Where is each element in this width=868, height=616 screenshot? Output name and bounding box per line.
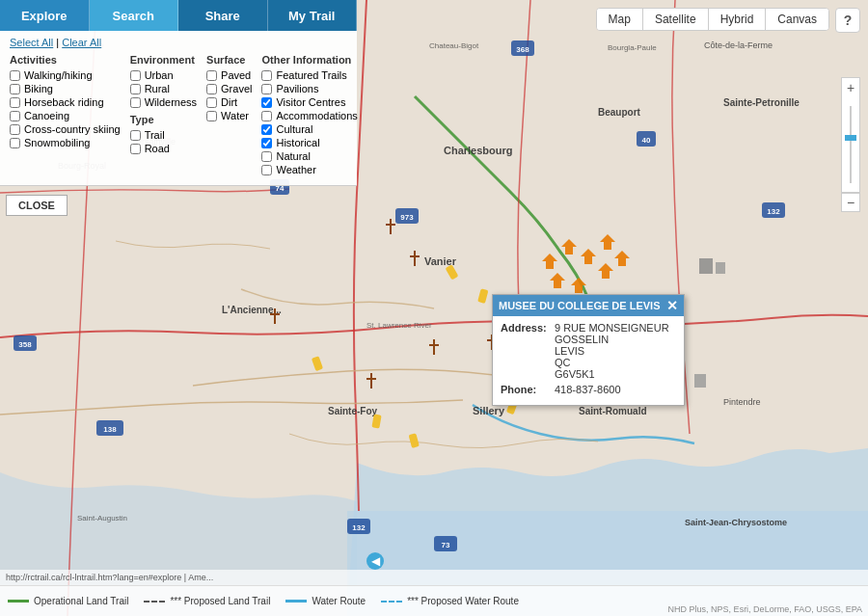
crosscountry-label: Cross-country skiing <box>24 123 121 135</box>
svg-text:Saint-Jean-Chrysostome: Saint-Jean-Chrysostome <box>685 518 787 527</box>
map-type-hybrid[interactable]: Hybrid <box>709 9 767 30</box>
attribution-bar: http://rctrail.ca/rcl-lntrail.htm?lang=e… <box>0 570 868 585</box>
expand-panel-button[interactable]: ◀ <box>366 552 384 570</box>
zoom-in-button[interactable]: + <box>841 77 860 96</box>
natural-checkbox[interactable] <box>261 151 272 162</box>
snowmobiling-checkbox[interactable] <box>10 138 20 148</box>
dirt-checkbox[interactable] <box>206 97 217 108</box>
historical-checkbox[interactable] <box>261 138 272 148</box>
map-type-canvas[interactable]: Canvas <box>766 9 828 30</box>
rural-checkbox[interactable] <box>130 84 141 94</box>
svg-text:368: 368 <box>516 45 529 54</box>
filter-pavilions: Pavilions <box>261 83 357 94</box>
canoeing-checkbox[interactable] <box>10 111 20 121</box>
close-filter-button[interactable]: CLOSE <box>6 195 68 216</box>
pavilions-label: Pavilions <box>276 83 318 94</box>
legend-proposed-land-line <box>144 601 165 603</box>
weather-checkbox[interactable] <box>261 165 272 175</box>
filter-gravel: Gravel <box>206 83 252 94</box>
clear-all-link[interactable]: Clear All <box>62 37 101 48</box>
legend-proposed-land-label: *** Proposed Land Trail <box>170 596 270 606</box>
nav-share[interactable]: Share <box>178 0 268 31</box>
filter-dirt: Dirt <box>206 96 252 108</box>
filter-urban: Urban <box>130 69 197 81</box>
biking-label: Biking <box>24 83 53 94</box>
cultural-label: Cultural <box>276 123 312 135</box>
help-button[interactable]: ? <box>835 8 860 33</box>
svg-marker-54 <box>600 234 615 250</box>
popup-phone-value: 418-837-8600 <box>555 384 621 395</box>
walking-checkbox[interactable] <box>10 70 20 81</box>
legend-water-line <box>285 600 307 603</box>
nav-mytrail[interactable]: My Trail <box>268 0 358 31</box>
svg-rect-57 <box>699 258 713 274</box>
accommodations-checkbox[interactable] <box>261 111 272 121</box>
attribution-text: http://rctrail.ca/rcl-lntrail.htm?lang=e… <box>6 573 213 582</box>
filter-biking: Biking <box>10 83 121 94</box>
trail-type-checkbox[interactable] <box>130 130 141 141</box>
svg-text:Sillery: Sillery <box>473 405 505 416</box>
filter-road-type: Road <box>130 143 197 154</box>
filter-featured: Featured Trails <box>261 69 357 81</box>
zoom-controls: + − <box>841 77 860 212</box>
filter-panel: Select All | Clear All Activities Walkin… <box>0 31 357 186</box>
trail-type-label: Trail <box>145 129 165 141</box>
biking-checkbox[interactable] <box>10 84 20 94</box>
crosscountry-checkbox[interactable] <box>10 124 20 135</box>
other-heading: Other Information <box>261 54 357 66</box>
paved-label: Paved <box>221 69 251 81</box>
filter-visitor: Visitor Centres <box>261 96 357 108</box>
filter-canoeing: Canoeing <box>10 110 121 121</box>
top-navigation: Explore Search Share My Trail <box>0 0 357 31</box>
road-type-checkbox[interactable] <box>130 144 141 154</box>
svg-marker-55 <box>614 251 630 266</box>
popup-address-value: 9 RUE MONSEIGNEUR GOSSELINLEVISQCG6V5K1 <box>555 322 676 380</box>
legend-operational: Operational Land Trail <box>8 596 128 606</box>
svg-text:Charlesbourg: Charlesbourg <box>444 145 513 156</box>
svg-text:Sainte-Foy: Sainte-Foy <box>328 406 378 416</box>
horseback-label: Horseback riding <box>24 96 104 108</box>
filter-trail-type: Trail <box>130 129 197 141</box>
urban-checkbox[interactable] <box>130 70 141 81</box>
wilderness-checkbox[interactable] <box>130 97 141 108</box>
svg-text:Chateau-Bigot: Chateau-Bigot <box>429 41 479 50</box>
filter-surface-col: Surface Paved Gravel Dirt Water <box>206 54 252 177</box>
svg-marker-49 <box>542 254 557 269</box>
visitor-label: Visitor Centres <box>276 96 345 108</box>
pavilions-checkbox[interactable] <box>261 84 272 94</box>
gravel-checkbox[interactable] <box>206 84 217 94</box>
nav-search[interactable]: Search <box>90 0 179 31</box>
legend-proposed-water-label: *** Proposed Water Route <box>407 596 519 606</box>
weather-label: Weather <box>276 164 315 175</box>
historical-label: Historical <box>276 137 319 148</box>
popup-close-button[interactable]: ✕ <box>666 299 678 312</box>
cultural-checkbox[interactable] <box>261 124 272 135</box>
popup-address-row: Address: 9 RUE MONSEIGNEUR GOSSELINLEVIS… <box>501 322 676 380</box>
legend-proposed-water: *** Proposed Water Route <box>381 596 519 606</box>
svg-text:Bourgla-Paule: Bourgla-Paule <box>608 43 657 52</box>
nav-explore[interactable]: Explore <box>0 0 90 31</box>
water-label: Water <box>221 110 249 121</box>
dirt-label: Dirt <box>221 96 237 108</box>
gravel-label: Gravel <box>221 83 252 94</box>
map-type-map[interactable]: Map <box>597 9 643 30</box>
filter-natural: Natural <box>261 150 357 162</box>
horseback-checkbox[interactable] <box>10 97 20 108</box>
canoeing-label: Canoeing <box>24 110 69 121</box>
legend-operational-line <box>8 600 29 603</box>
map-type-satellite[interactable]: Satellite <box>643 9 709 30</box>
featured-checkbox[interactable] <box>261 70 272 81</box>
legend-operational-label: Operational Land Trail <box>34 596 128 606</box>
popup-address-label: Address: <box>501 322 549 380</box>
zoom-out-button[interactable]: − <box>841 193 860 212</box>
paved-checkbox[interactable] <box>206 70 217 81</box>
svg-text:Saint-Romuald: Saint-Romuald <box>579 406 647 416</box>
svg-text:973: 973 <box>400 213 414 222</box>
visitor-checkbox[interactable] <box>261 97 272 108</box>
type-heading: Type <box>130 114 197 125</box>
select-all-link[interactable]: Select All <box>10 37 53 48</box>
zoom-slider[interactable] <box>841 96 860 193</box>
water-checkbox[interactable] <box>206 111 217 121</box>
legend-proposed-water-line <box>381 601 402 603</box>
popup-phone-row: Phone: 418-837-8600 <box>501 384 676 395</box>
